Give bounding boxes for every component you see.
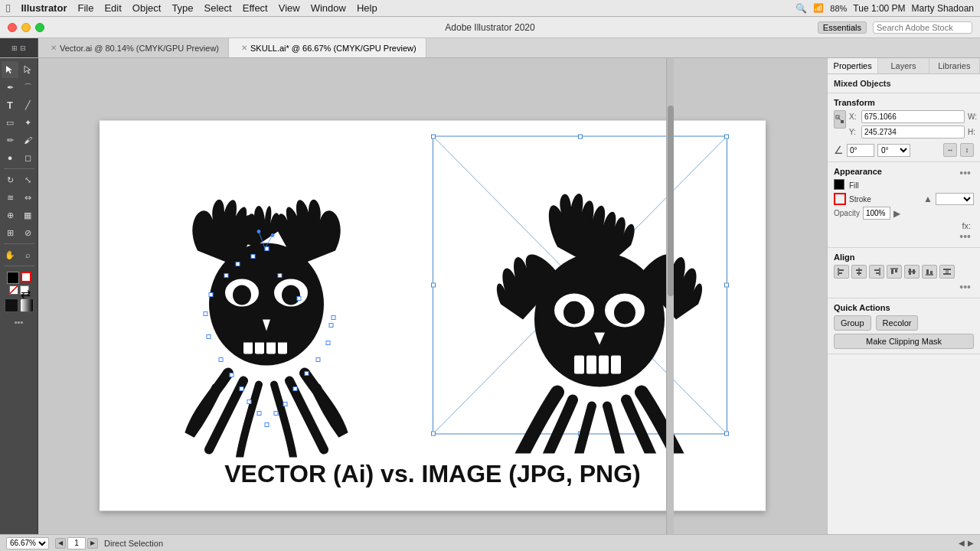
menu-object[interactable]: Object xyxy=(132,2,162,14)
status-arrow-right[interactable]: ▶ xyxy=(968,539,974,547)
curvature-tool[interactable]: ⌒ xyxy=(19,79,36,96)
hand-tool[interactable]: ✋ xyxy=(2,246,18,263)
artboard-tool[interactable]: ⊞ xyxy=(2,224,18,241)
transform-section: Transform X: Y: xyxy=(828,93,980,162)
warp-tool[interactable]: ≋ xyxy=(2,189,18,206)
paintbrush-tool[interactable]: 🖌 xyxy=(19,132,36,148)
menu-file[interactable]: File xyxy=(77,2,93,14)
zoom-select[interactable]: 66.67% xyxy=(6,537,49,549)
align-left-btn[interactable] xyxy=(834,265,849,279)
align-bottom-btn[interactable] xyxy=(922,265,937,279)
gradient-btn[interactable] xyxy=(20,298,34,312)
stroke-type-select[interactable] xyxy=(936,193,974,205)
status-arrow-left[interactable]: ◀ xyxy=(959,539,965,547)
menu-type[interactable]: Type xyxy=(172,2,193,14)
zoom-tool[interactable]: ⌕ xyxy=(19,246,36,263)
color-mode-btn[interactable] xyxy=(5,298,18,312)
align-center-h-btn[interactable] xyxy=(851,265,867,279)
scrollbar-thumb[interactable] xyxy=(668,106,674,296)
blob-brush[interactable]: ● xyxy=(2,149,18,166)
flip-vertical-btn[interactable]: ↕ xyxy=(960,143,974,157)
fullscreen-button[interactable] xyxy=(35,23,44,32)
menu-view[interactable]: View xyxy=(279,2,300,14)
essentials-button[interactable]: Essentials xyxy=(818,21,867,34)
search-input[interactable] xyxy=(873,21,972,34)
left-skull-area xyxy=(100,121,433,511)
align-middle-btn[interactable] xyxy=(904,265,920,279)
tab-close-icon-2[interactable]: ✕ xyxy=(241,44,247,52)
selection-tool[interactable] xyxy=(2,61,18,78)
menu-edit[interactable]: Edit xyxy=(104,2,121,14)
none-swatch[interactable] xyxy=(9,285,18,295)
more-tools-btn[interactable]: ••• xyxy=(15,318,24,327)
pencil-tool[interactable]: ✏ xyxy=(2,132,18,148)
align-more-btn[interactable]: ••• xyxy=(956,281,974,293)
wifi-icon: 📶 xyxy=(813,3,824,13)
rotate-select[interactable]: 0°90°180° xyxy=(877,144,910,157)
menu-illustrator[interactable]: Illustrator xyxy=(21,2,67,14)
slice-tool[interactable]: ⊘ xyxy=(19,224,36,241)
stroke-color-swatch[interactable] xyxy=(834,193,846,205)
align-section: Align xyxy=(828,248,980,298)
opacity-expand-arrow[interactable]: ▶ xyxy=(893,208,900,219)
tab-properties[interactable]: Properties xyxy=(828,58,878,73)
close-button[interactable] xyxy=(8,23,17,32)
page-input[interactable] xyxy=(67,537,86,549)
align-top-btn[interactable] xyxy=(887,265,902,279)
svg-rect-23 xyxy=(240,387,243,391)
minimize-button[interactable] xyxy=(21,23,31,32)
tab-layers[interactable]: Layers xyxy=(878,58,929,73)
rotate-tool[interactable]: ↻ xyxy=(2,171,18,188)
transform-icon[interactable] xyxy=(834,110,846,129)
menu-select[interactable]: Select xyxy=(204,2,232,14)
document-tabs: ⊞ ⊟ ✕ Vector.ai @ 80.14% (CMYK/GPU Previ… xyxy=(0,38,980,58)
align-right-btn[interactable] xyxy=(869,265,884,279)
next-page-btn[interactable]: ▶ xyxy=(87,538,98,549)
group-button[interactable]: Group xyxy=(834,315,871,331)
search-icon[interactable]: 🔍 xyxy=(795,3,807,14)
shaper-tool[interactable]: ✦ xyxy=(19,114,36,131)
vertical-scrollbar[interactable] xyxy=(666,58,674,534)
distribute-v-btn[interactable] xyxy=(939,265,955,279)
appearance-more-btn[interactable]: ••• xyxy=(956,167,974,179)
stroke-up-arrow[interactable]: ▲ xyxy=(923,194,933,204)
opacity-row: Opacity ▶ xyxy=(834,207,974,220)
direct-selection-tool[interactable] xyxy=(19,61,36,78)
line-tool[interactable]: ╱ xyxy=(19,96,36,113)
tab-skull[interactable]: ✕ SKULL.ai* @ 66.67% (CMYK/GPU Preview) xyxy=(229,38,426,57)
tab-vector[interactable]: ✕ Vector.ai @ 80.14% (CMYK/GPU Preview) xyxy=(38,38,229,57)
x-input[interactable] xyxy=(861,110,965,123)
svg-rect-69 xyxy=(909,269,911,275)
stroke-swatch[interactable] xyxy=(21,272,31,282)
canvas-area[interactable]: VECTOR (Ai) vs. IMAGE (JPG, PNG) xyxy=(38,58,827,534)
apple-menu[interactable]:  xyxy=(6,2,10,15)
rotate-input[interactable] xyxy=(847,144,874,157)
tab-libraries[interactable]: Libraries xyxy=(929,58,980,73)
tab-close-icon[interactable]: ✕ xyxy=(51,44,57,52)
y-input[interactable] xyxy=(861,126,965,139)
appearance-more-btn-2[interactable]: ••• xyxy=(956,230,974,243)
type-tool[interactable]: T xyxy=(2,96,18,113)
menu-window[interactable]: Window xyxy=(311,2,346,14)
status-bar: 66.67% ◀ ▶ Direct Selection ◀ ▶ xyxy=(0,534,980,551)
fill-color-swatch[interactable] xyxy=(834,179,844,190)
menu-bar:  Illustrator File Edit Object Type Sele… xyxy=(0,0,980,17)
recolor-button[interactable]: Recolor xyxy=(876,315,919,331)
opacity-input[interactable] xyxy=(863,207,890,220)
menu-help[interactable]: Help xyxy=(357,2,377,14)
rect-tool[interactable]: ▭ xyxy=(2,114,18,131)
fill-swatch[interactable] xyxy=(7,272,19,284)
scale-tool[interactable]: ⤡ xyxy=(19,171,36,188)
flip-horizontal-btn[interactable]: ↔ xyxy=(943,143,957,157)
h-label: H: xyxy=(968,128,977,136)
graph-tool[interactable]: ▦ xyxy=(19,207,36,223)
eraser-tool[interactable]: ◻ xyxy=(19,149,36,166)
width-tool[interactable]: ⇔ xyxy=(19,189,36,206)
pen-tool[interactable]: ✒ xyxy=(2,79,18,96)
svg-point-4 xyxy=(282,285,300,305)
symbol-sprayer[interactable]: ⊕ xyxy=(2,207,18,223)
clipping-mask-button[interactable]: Make Clipping Mask xyxy=(834,334,974,349)
menu-effect[interactable]: Effect xyxy=(243,2,268,14)
swap-swatch[interactable]: ⇄ xyxy=(20,285,29,295)
prev-page-btn[interactable]: ◀ xyxy=(55,538,66,549)
